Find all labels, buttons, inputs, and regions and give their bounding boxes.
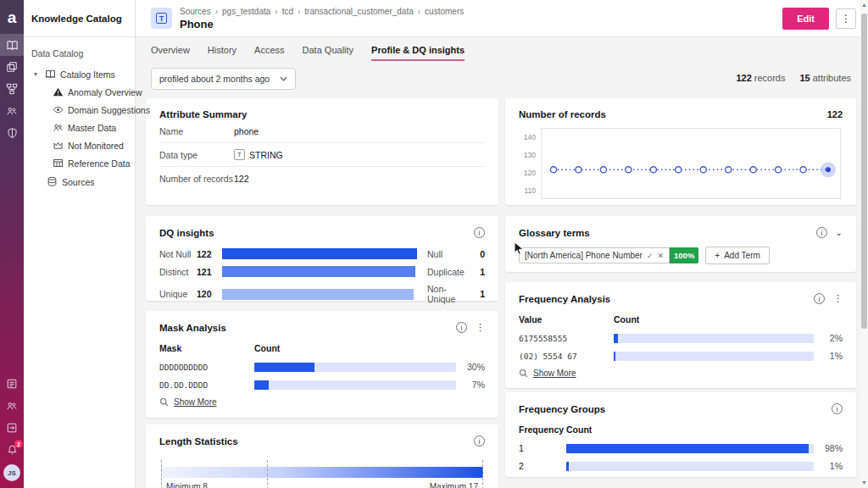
max-length-label: Maximum 17: [430, 482, 478, 488]
glossary-term-tag[interactable]: [North America] Phone Number ✓ ✕ 100%: [519, 247, 698, 263]
records-count: 122: [736, 73, 751, 83]
dq-bar: [222, 289, 417, 300]
sidebar-item-sources[interactable]: Sources: [24, 173, 135, 191]
count-bar: [254, 363, 456, 372]
panel-title: Frequency Analysis: [519, 294, 610, 304]
panel-title: Length Statistics: [159, 436, 238, 446]
search-icon: [159, 397, 169, 407]
plus-icon: +: [715, 251, 720, 260]
sidebar-item-master-data[interactable]: Master Data: [24, 119, 135, 136]
info-icon[interactable]: i: [474, 435, 485, 446]
length-statistics-panel: Length Statistics i Minimum 8 Maximum 17: [146, 424, 498, 488]
sidebar-item-catalog-items[interactable]: ▾ Catalog Items: [24, 65, 135, 83]
scroll-up-icon[interactable]: ▲: [861, 0, 867, 10]
info-icon[interactable]: i: [474, 227, 485, 238]
panel-title: Frequency Groups: [519, 404, 605, 414]
length-marker: [267, 460, 268, 488]
confidence-badge: 100%: [670, 247, 698, 263]
page-scrollbar[interactable]: ▲ ▼: [860, 0, 868, 488]
show-more-button[interactable]: Show More: [519, 369, 576, 378]
chevron-down-icon[interactable]: ▾: [34, 70, 41, 78]
sidebar-item-label: Sources: [62, 177, 95, 187]
dq-bar: [222, 266, 417, 277]
sidebar-title: Knowledge Catalog: [24, 0, 135, 37]
tab-history[interactable]: History: [208, 45, 236, 61]
accept-term-icon[interactable]: ✓: [647, 252, 654, 260]
glossary-terms-panel: Glossary terms i⌄ [North America] Phone …: [505, 216, 856, 272]
chevron-down-icon[interactable]: ⌄: [836, 228, 843, 237]
people-icon[interactable]: [0, 100, 24, 122]
frequency-group-row: 1 98%: [519, 443, 843, 453]
app-logo[interactable]: a: [0, 0, 24, 34]
table-icon: [53, 158, 64, 169]
count-bar: [614, 334, 814, 343]
sidebar-item-not-monitored[interactable]: Not Monitored: [24, 136, 135, 154]
team-icon[interactable]: [0, 395, 24, 417]
breadcrumb-pgs-testdata[interactable]: pgs_testdata: [222, 7, 270, 16]
header-kebab-menu[interactable]: ⋮: [836, 8, 856, 29]
show-more-button[interactable]: Show More: [159, 397, 217, 407]
app-rail: a 2 JS: [0, 0, 24, 488]
page-title: Phone: [180, 18, 464, 30]
tabs: Overview History Access Data Quality Pro…: [136, 37, 868, 61]
breadcrumb-customers[interactable]: customers: [425, 7, 464, 16]
dq-row-unique: Unique120 Non-Unique1: [159, 284, 485, 304]
dq-row-duplicate: Distinct121 Duplicate1: [159, 266, 485, 277]
count-bar: [566, 444, 814, 453]
scroll-down-icon[interactable]: ▼: [861, 478, 867, 488]
sidebar-item-domain-suggestions[interactable]: Domain Suggestions: [24, 101, 135, 119]
info-icon[interactable]: i: [832, 403, 843, 414]
eye-icon: [53, 104, 64, 115]
frequency-row: (02) 5554 67 1%: [519, 351, 843, 361]
edit-button[interactable]: Edit: [782, 8, 829, 30]
count-bar: [254, 380, 456, 390]
count-bar: [566, 462, 814, 471]
sidebar-item-reference-data[interactable]: Reference Data: [24, 154, 135, 172]
data-objects-icon[interactable]: [0, 56, 24, 78]
info-icon[interactable]: i: [816, 227, 827, 238]
tab-access[interactable]: Access: [254, 45, 284, 61]
min-length-label: Minimum 8: [166, 482, 208, 488]
governance-shield-icon[interactable]: [0, 122, 24, 144]
list-panel-icon[interactable]: [0, 373, 24, 395]
catalog-book-icon[interactable]: [0, 34, 24, 56]
remove-term-icon[interactable]: ✕: [658, 252, 665, 260]
tab-profile-dq-insights[interactable]: Profile & DQ insights: [371, 45, 465, 61]
dataset-counts: 122records 15attributes: [736, 68, 851, 83]
frequency-group-row: 2 1%: [519, 461, 843, 471]
kebab-menu-icon[interactable]: ⋮: [833, 293, 843, 304]
breadcrumb: Sources› pgs_testdata› tcd› transactiona…: [180, 7, 464, 16]
people-group-icon: [53, 122, 64, 133]
sidebar-item-label: Master Data: [68, 123, 116, 133]
mask-row: DDDDDDDDDD 30%: [159, 362, 485, 372]
catalog-sidebar: Knowledge Catalog Data Catalog ▾ Catalog…: [24, 0, 136, 488]
org-structure-icon[interactable]: [0, 78, 24, 100]
notifications-bell-icon[interactable]: 2: [0, 439, 24, 461]
export-icon[interactable]: [0, 417, 24, 439]
user-avatar[interactable]: JS: [3, 464, 20, 481]
profile-version-select[interactable]: profiled about 2 months ago: [151, 68, 296, 90]
breadcrumb-tcd[interactable]: tcd: [282, 7, 293, 16]
toolbar: profiled about 2 months ago 122records 1…: [136, 61, 868, 90]
breadcrumb-transactional-customer-data[interactable]: transactional_customer_data: [304, 7, 413, 16]
chevron-down-icon: [280, 76, 287, 81]
summary-row-datatype: Data type TSTRING: [159, 143, 485, 167]
kebab-menu-icon[interactable]: ⋮: [476, 322, 485, 333]
dq-row-null: Not Null122 Null0: [159, 248, 485, 259]
info-icon[interactable]: i: [814, 293, 825, 304]
breadcrumb-sources[interactable]: Sources: [180, 7, 211, 16]
records-chart: 140130120110: [519, 128, 843, 199]
sidebar-item-anomaly-overview[interactable]: Anomaly Overview: [24, 83, 135, 101]
tab-data-quality[interactable]: Data Quality: [303, 45, 354, 61]
warning-triangle-icon: [53, 86, 64, 97]
add-term-button[interactable]: + Add Term: [705, 247, 769, 264]
sidebar-item-label: Anomaly Overview: [68, 87, 142, 97]
sidebar-item-label: Catalog Items: [60, 69, 115, 80]
info-icon[interactable]: i: [456, 322, 467, 333]
summary-row-records: Number of records 122: [159, 167, 485, 191]
tab-overview[interactable]: Overview: [151, 45, 190, 61]
panel-title: Glossary terms: [519, 228, 590, 238]
panel-title: Attribute Summary: [159, 109, 248, 119]
scrollbar-thumb[interactable]: [861, 14, 867, 329]
length-range-bar: Minimum 8 Maximum 17: [159, 460, 485, 488]
